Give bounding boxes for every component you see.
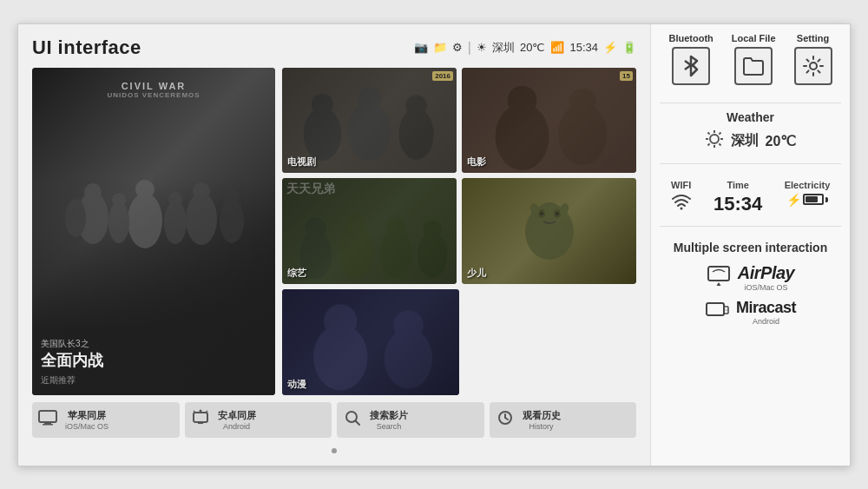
grid-section: 2016 电视剧 — [282, 68, 636, 395]
battery-fill — [806, 196, 818, 202]
svg-point-11 — [164, 201, 187, 244]
svg-point-7 — [220, 198, 244, 243]
content-area: CIVIL WAR UNIDOS VENCEREMOS — [32, 68, 636, 395]
grid-row-3: 动漫 — [282, 289, 636, 395]
svg-rect-71 — [707, 303, 724, 315]
airplay-row: AirPlay iOS/Mac OS — [660, 260, 841, 295]
local-file-button[interactable] — [734, 47, 773, 85]
svg-point-12 — [168, 192, 182, 206]
weather-row: 深圳 20℃ — [660, 129, 841, 153]
thumb-tv[interactable]: 2016 电视剧 — [282, 68, 457, 174]
movie-label: 电影 — [467, 155, 486, 169]
battery-tip — [825, 197, 828, 202]
apple-mirror-text: 苹果同屏 iOS/Mac OS — [65, 409, 108, 431]
history-button[interactable]: 观看历史 History — [490, 402, 637, 438]
multi-screen-section: Multiple screen interaction AirPlay iOS/… — [660, 241, 841, 329]
camera-icon: 📷 — [414, 41, 428, 54]
movie-badge: 15 — [620, 71, 633, 81]
thumb-anime[interactable]: 动漫 — [282, 289, 459, 395]
svg-point-6 — [193, 182, 210, 200]
tv-drama-label: 电视剧 — [287, 155, 316, 169]
svg-line-54 — [356, 420, 360, 425]
grid-row-2: 天天兄弟 — [282, 178, 636, 284]
wifi-status-icon: 📶 — [550, 41, 564, 54]
sun-icon: ☀ — [477, 41, 487, 54]
svg-point-58 — [810, 63, 817, 69]
featured-subtitle: 美国队长3之 — [41, 338, 103, 350]
svg-point-68 — [680, 207, 682, 209]
svg-rect-20 — [462, 68, 636, 174]
android-mirror-text: 安卓同屏 Android — [218, 409, 256, 431]
svg-point-38 — [540, 212, 543, 215]
setting-label: Setting — [797, 33, 829, 43]
thumb-variety[interactable]: 天天兄弟 — [282, 178, 457, 284]
left-panel: UI interface 📷 📁 ⚙ | ☀ 深圳 20℃ 📶 15:34 ⚡ … — [18, 24, 650, 466]
svg-point-22 — [508, 85, 537, 115]
anime-label: 动漫 — [287, 378, 306, 391]
battery-body — [803, 194, 824, 205]
local-file-label: Local File — [732, 33, 776, 43]
thumb-kids[interactable]: 少儿 — [462, 178, 636, 284]
svg-rect-42 — [282, 289, 459, 395]
svg-point-19 — [405, 95, 427, 116]
bluetooth-button[interactable] — [672, 47, 710, 85]
time-display: 15:34 — [569, 41, 598, 54]
svg-point-44 — [324, 304, 357, 337]
bluetooth-item: Bluetooth — [668, 33, 713, 85]
svg-point-46 — [393, 310, 424, 340]
settings-icon: ⚙ — [452, 41, 463, 54]
svg-point-52 — [199, 409, 201, 412]
history-icon — [493, 409, 517, 431]
svg-point-8 — [224, 188, 240, 204]
android-mirror-button[interactable]: 安卓同屏 Android — [185, 402, 332, 438]
miracast-sub: Android — [736, 317, 796, 326]
wifi-label: WIFI — [671, 180, 691, 190]
miracast-row: Miracast Android — [660, 295, 841, 329]
svg-line-64 — [707, 132, 709, 134]
svg-point-2 — [65, 199, 86, 237]
thumb-movie[interactable]: 15 电影 — [462, 68, 636, 174]
multi-screen-title: Multiple screen interaction — [660, 241, 841, 254]
svg-point-5 — [186, 193, 217, 245]
weather-temp: 20℃ — [766, 133, 797, 149]
airplay-icon — [707, 265, 731, 290]
svg-point-10 — [112, 193, 126, 207]
svg-rect-51 — [198, 422, 203, 424]
status-section: WIFI Time 15:34 Electricity ⚡ — [660, 176, 841, 219]
time-col: Time 15:34 — [713, 180, 762, 215]
svg-rect-48 — [44, 422, 51, 424]
search-button[interactable]: 搜索影片 Search — [337, 402, 484, 438]
folder-icon: 📁 — [433, 41, 447, 54]
apple-mirror-button[interactable]: 苹果同屏 iOS/Mac OS — [32, 402, 180, 438]
svg-point-9 — [108, 202, 129, 243]
featured-movie[interactable]: CIVIL WAR UNIDOS VENCEREMOS — [32, 68, 275, 395]
right-panel: Bluetooth Local File Setting — [650, 24, 850, 466]
svg-point-17 — [358, 87, 382, 111]
svg-point-30 — [380, 229, 412, 278]
battery-indicator: ⚡ — [786, 193, 828, 207]
wifi-col: WIFI — [671, 180, 692, 215]
apple-mirror-icon — [36, 410, 60, 430]
electricity-label: Electricity — [785, 180, 831, 190]
bolt-header-icon: ⚡ — [603, 41, 617, 54]
featured-tag: 近期推荐 — [41, 374, 103, 387]
android-mirror-icon — [188, 409, 213, 431]
setting-button[interactable] — [794, 47, 832, 85]
miracast-name: Miracast — [736, 299, 796, 317]
svg-point-24 — [569, 88, 596, 115]
svg-point-4 — [135, 180, 155, 199]
featured-title: 全面内战 — [41, 352, 103, 371]
electricity-col: Electricity ⚡ — [785, 180, 831, 207]
divider-2 — [660, 163, 841, 164]
wifi-signal-icon — [671, 193, 692, 215]
svg-point-27 — [305, 218, 326, 240]
miracast-icon — [705, 300, 729, 325]
page-title: UI interface — [32, 36, 141, 59]
time-label: Time — [727, 180, 748, 190]
svg-point-29 — [345, 214, 367, 235]
weather-city: 深圳 — [731, 132, 759, 150]
airplay-sub: iOS/Mac OS — [738, 283, 794, 292]
airplay-brand: AirPlay iOS/Mac OS — [738, 263, 794, 292]
weather-sun-icon — [705, 129, 724, 153]
search-icon — [340, 409, 365, 431]
